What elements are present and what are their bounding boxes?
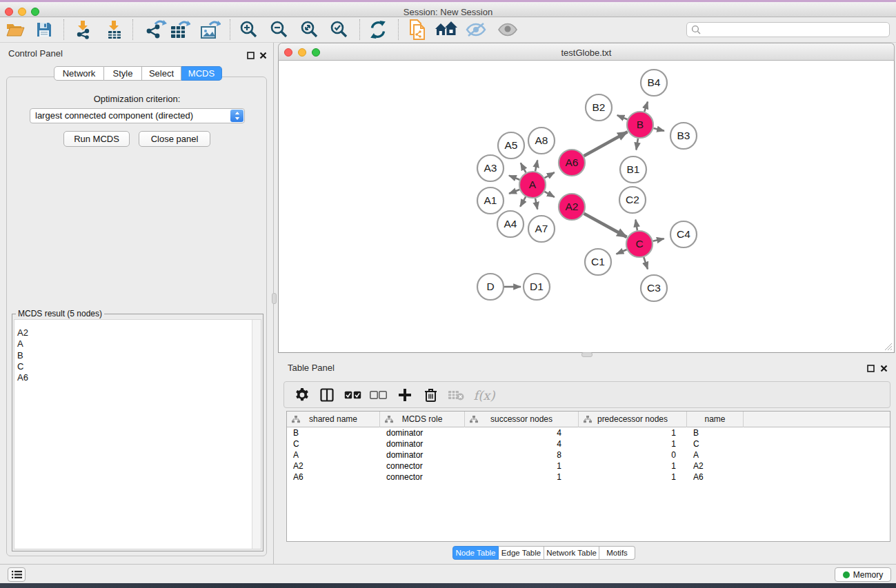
network-canvas[interactable]: B4B2BB3A8A5A6A3B1AC2A1A2A4A7C4CC1C3DD1 [278,61,895,353]
horizontal-splitter-handle[interactable] [581,352,593,357]
edge-A-A3[interactable] [509,176,519,180]
edge-C-C2[interactable] [635,220,637,231]
edge-A-A1[interactable] [509,190,519,194]
memory-status-dot [843,571,850,578]
column-header-MCDS-role[interactable]: MCDS role [380,412,465,427]
close-panel-button[interactable] [259,50,267,57]
save-session-icon[interactable] [32,19,56,41]
optimization-criterion-label: Optimization criterion: [0,94,274,104]
edge-B-B4[interactable] [644,102,648,112]
status-bar: Memory [0,564,896,583]
edge-A-A5[interactable] [521,163,526,172]
control-panel-tabs: NetworkStyleSelectMCDS [54,66,222,81]
column-header-predecessor-nodes[interactable]: predecessor nodes [579,412,687,427]
network-graph[interactable]: B4B2BB3A8A5A6A3B1AC2A1A2A4A7C4CC1C3DD1 [279,61,894,352]
export-image-icon[interactable] [199,19,222,41]
column-header-name[interactable]: name [687,412,744,427]
result-item[interactable]: A6 [14,372,251,383]
node-label-B4: B4 [648,77,661,88]
home-layout-icon[interactable] [435,19,458,41]
gear-icon[interactable] [291,384,313,406]
zoom-fit-icon[interactable] [298,19,321,41]
edge-A-A7[interactable] [535,199,537,210]
mcds-result-list[interactable]: A2ABCA6 [14,319,261,549]
edge-C-C4[interactable] [653,239,664,241]
close-panel-button-2[interactable]: Close panel [139,131,210,147]
column-header-successor-nodes[interactable]: successor nodes [465,412,579,427]
open-folder-icon[interactable] [3,19,27,41]
column-header-shared-name[interactable]: shared name [287,412,380,427]
import-network-icon[interactable] [72,19,95,41]
edge-A-A4[interactable] [520,196,526,206]
table-row-A2[interactable]: A2connector11A2 [287,460,890,472]
select-all-columns-icon[interactable] [341,384,364,406]
edge-A-A2[interactable] [544,192,554,197]
table-header-row[interactable]: shared nameMCDS rolesuccessor nodesprede… [287,412,890,427]
run-mcds-button[interactable]: Run MCDS [63,131,130,147]
cell-MCDS-role: dominator [380,438,465,449]
edge-A2-C[interactable] [584,214,627,237]
edge-A6-B[interactable] [584,132,627,156]
float-panel-button[interactable] [247,50,255,57]
close-table-panel-button[interactable] [880,363,888,370]
result-item[interactable]: C [14,361,251,372]
result-scrollbar[interactable] [252,320,261,549]
node-table[interactable]: shared nameMCDS rolesuccessor nodesprede… [286,411,890,542]
export-table-icon[interactable] [168,19,192,41]
tab-motifs[interactable]: Motifs [599,546,635,560]
tab-mcds[interactable]: MCDS [181,66,222,81]
table-row-A[interactable]: Adominator80A [287,449,890,460]
node-label-A4: A4 [504,218,517,230]
tab-network-table[interactable]: Network Table [544,546,599,560]
result-item[interactable]: A2 [14,327,251,338]
edge-C-C3[interactable] [644,257,648,269]
zoom-selected-icon[interactable] [328,19,351,41]
search-input[interactable] [686,22,890,37]
edge-B-B2[interactable] [617,115,628,119]
cell-MCDS-role: dominator [380,449,465,460]
app-titlebar: Session: New Session [0,2,896,17]
vertical-splitter-handle[interactable] [272,293,277,304]
memory-button[interactable]: Memory [835,567,891,582]
task-history-button[interactable] [8,567,26,582]
float-table-panel-button[interactable] [867,363,875,370]
cell-predecessor-nodes: 1 [579,438,687,449]
zoom-out-icon[interactable] [268,19,291,41]
edge-C-C1[interactable] [617,250,627,254]
copy-style-icon[interactable] [406,19,429,41]
optimization-dropdown[interactable]: largest connected component (directed) [30,108,245,123]
tab-node-table[interactable]: Node Table [452,546,499,560]
edge-B-B1[interactable] [636,139,638,150]
import-table-icon[interactable] [103,19,126,41]
tab-network[interactable]: Network [54,66,104,81]
split-columns-icon[interactable] [316,384,338,406]
table-row-C[interactable]: Cdominator41C [287,438,890,449]
refresh-view-icon[interactable] [366,19,390,41]
node-label-A6: A6 [566,156,579,168]
main-toolbar [0,17,896,43]
node-label-A3: A3 [484,162,497,174]
control-panel: Control Panel NetworkStyleSelectMCDS Opt… [0,43,274,564]
add-column-icon[interactable] [394,384,416,406]
table-row-A6[interactable]: A6connector11A6 [287,472,890,483]
zoom-in-icon[interactable] [237,19,261,41]
deselect-all-columns-icon[interactable] [367,384,389,406]
show-panel-eye-icon[interactable] [496,19,519,41]
node-label-A: A [529,179,537,190]
tab-edge-table[interactable]: Edge Table [499,546,544,560]
edge-B-B3[interactable] [653,128,664,131]
delete-column-icon[interactable] [419,384,441,406]
network-view-window: testGlobe.txt B4B2BB3A8A5A6A3B1AC2A1A2A4… [278,43,895,353]
hide-panel-eye-icon[interactable] [464,19,488,41]
tab-select[interactable]: Select [142,66,181,81]
node-label-A1: A1 [484,194,497,206]
resize-grip-icon[interactable] [884,343,893,351]
table-row-B[interactable]: Bdominator41B [287,427,890,438]
result-item[interactable]: B [14,350,251,361]
result-item[interactable]: A [14,338,251,349]
export-network-icon[interactable] [145,19,168,41]
edge-A-A6[interactable] [544,172,554,178]
network-window-titlebar[interactable]: testGlobe.txt [278,43,895,61]
edge-A-A8[interactable] [535,160,537,171]
tab-style[interactable]: Style [104,66,142,81]
